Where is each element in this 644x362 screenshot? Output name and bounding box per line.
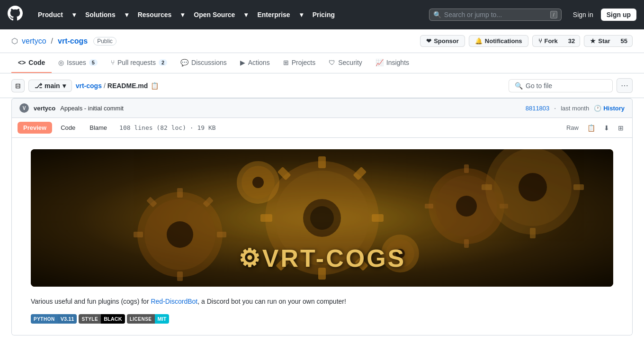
heart-icon: ❤ bbox=[426, 37, 431, 45]
panel-toggle-button[interactable]: ⊟ bbox=[11, 79, 25, 92]
blame-tab[interactable]: Blame bbox=[84, 122, 113, 134]
star-icon: ★ bbox=[590, 37, 596, 45]
code-tab[interactable]: Code bbox=[55, 122, 81, 134]
bell-icon: 🔔 bbox=[475, 37, 483, 45]
readme-badges: PYTHON V3.11 STYLE BLACK LICENSE MIT bbox=[31, 314, 613, 324]
file-stats: 108 lines (82 loc) · 19 KB bbox=[119, 124, 216, 131]
commit-message: Appeals - initial commit bbox=[60, 105, 124, 112]
history-link[interactable]: 🕐 History bbox=[594, 105, 625, 112]
goto-search-icon: 🔍 bbox=[515, 82, 523, 90]
svg-rect-25 bbox=[464, 164, 469, 173]
hero-title: ⚙VRT-COGS bbox=[238, 244, 406, 272]
fork-icon: ⑂ bbox=[538, 37, 542, 45]
copy-path-button[interactable]: 📋 bbox=[150, 81, 160, 90]
nav-product[interactable]: Product bbox=[34, 8, 67, 21]
commit-meta: 8811803 · last month 🕐 History bbox=[526, 104, 625, 112]
red-discordbot-link[interactable]: Red-DiscordBot bbox=[151, 298, 197, 305]
insights-icon: 📈 bbox=[376, 59, 384, 66]
expand-button[interactable]: ⊞ bbox=[615, 122, 626, 134]
nav-open-source[interactable]: Open Source bbox=[190, 8, 239, 21]
nav-open-source-chevron: ▾ bbox=[241, 8, 251, 21]
svg-rect-19 bbox=[217, 232, 226, 237]
branch-selector[interactable]: ⎇ main ▾ bbox=[28, 80, 72, 92]
branch-icon: ⎇ bbox=[35, 82, 42, 90]
repo-name-link[interactable]: vrt-cogs bbox=[58, 37, 88, 45]
copy-icon: 📋 bbox=[587, 124, 595, 132]
breadcrumb-root[interactable]: vrt-cogs bbox=[76, 82, 102, 90]
sign-up-button[interactable]: Sign up bbox=[601, 9, 636, 21]
repo-slash: / bbox=[50, 37, 54, 45]
breadcrumb: vrt-cogs / README.md 📋 bbox=[76, 81, 160, 90]
nav-enterprise[interactable]: Enterprise bbox=[253, 8, 294, 21]
nav-actions: Sign in Sign up bbox=[569, 9, 636, 21]
tab-issues[interactable]: ◎ Issues 5 bbox=[52, 53, 104, 73]
svg-rect-6 bbox=[260, 214, 272, 222]
svg-rect-4 bbox=[318, 156, 326, 168]
more-options-button[interactable]: ⋯ bbox=[617, 78, 633, 93]
sponsor-button[interactable]: ❤ Sponsor bbox=[420, 35, 465, 47]
security-icon: 🛡 bbox=[329, 59, 335, 66]
svg-rect-41 bbox=[573, 184, 584, 190]
tab-code[interactable]: <> Code bbox=[11, 53, 52, 73]
goto-file-input[interactable]: 🔍 Go to file bbox=[509, 79, 613, 92]
github-logo[interactable] bbox=[8, 6, 23, 24]
code-icon: <> bbox=[18, 59, 26, 66]
license-badge: LICENSE MIT bbox=[127, 314, 170, 324]
svg-text:V: V bbox=[23, 106, 26, 111]
svg-point-29 bbox=[456, 196, 477, 217]
search-icon: 🔍 bbox=[433, 11, 441, 18]
readme-hero-image: ⚙VRT-COGS bbox=[31, 149, 613, 287]
tab-projects[interactable]: ⊞ Projects bbox=[277, 53, 322, 73]
repo-header: ⬡ vertyco / vrt-cogs Public ❤ Sponsor 🔔 … bbox=[0, 29, 644, 53]
repo-tabs: <> Code ◎ Issues 5 ⑂ Pull requests 2 💬 D… bbox=[0, 53, 644, 73]
tab-pull-requests[interactable]: ⑂ Pull requests 2 bbox=[104, 53, 174, 73]
star-button[interactable]: ★ Star bbox=[584, 35, 616, 47]
tab-insights[interactable]: 📈 Insights bbox=[369, 53, 416, 73]
tab-discussions[interactable]: 💬 Discussions bbox=[174, 53, 233, 73]
tab-actions[interactable]: ▶ Actions bbox=[233, 53, 277, 73]
svg-rect-16 bbox=[177, 188, 183, 198]
repo-owner-link[interactable]: vertyco bbox=[22, 37, 46, 45]
python-badge: PYTHON V3.11 bbox=[31, 314, 77, 324]
fork-count[interactable]: 32 bbox=[564, 35, 580, 47]
commit-author[interactable]: vertyco bbox=[34, 105, 55, 112]
svg-rect-40 bbox=[482, 184, 492, 190]
svg-point-42 bbox=[519, 173, 547, 201]
file-view-header: Preview Code Blame 108 lines (82 loc) · … bbox=[12, 118, 632, 138]
svg-point-32 bbox=[252, 177, 264, 188]
file-toolbar: ⊟ ⎇ main ▾ vrt-cogs / README.md 📋 🔍 Go t… bbox=[0, 73, 644, 98]
actions-icon: ▶ bbox=[240, 59, 245, 66]
nav-pricing[interactable]: Pricing bbox=[309, 8, 339, 21]
branch-chevron: ▾ bbox=[63, 82, 66, 90]
preview-tab[interactable]: Preview bbox=[18, 122, 52, 134]
svg-rect-7 bbox=[372, 214, 384, 222]
download-icon: ⬇ bbox=[604, 124, 609, 132]
raw-button[interactable]: Raw bbox=[564, 122, 581, 133]
star-count[interactable]: 55 bbox=[616, 35, 633, 47]
search-input[interactable] bbox=[444, 11, 547, 18]
nav-enterprise-chevron: ▾ bbox=[296, 8, 307, 21]
commit-hash[interactable]: 8811803 bbox=[526, 105, 550, 112]
tab-security[interactable]: 🛡 Security bbox=[322, 53, 369, 73]
file-view: Preview Code Blame 108 lines (82 loc) · … bbox=[11, 118, 633, 335]
history-icon: 🕐 bbox=[594, 105, 601, 112]
breadcrumb-separator: / bbox=[104, 82, 106, 90]
commit-dot: · bbox=[554, 104, 556, 112]
sign-in-button[interactable]: Sign in bbox=[569, 9, 597, 20]
pull-request-icon: ⑂ bbox=[111, 59, 115, 66]
issues-icon: ◎ bbox=[58, 59, 64, 66]
nav-solutions[interactable]: Solutions bbox=[81, 8, 119, 21]
nav-resources-chevron: ▾ bbox=[177, 8, 188, 21]
repo-actions: ❤ Sponsor 🔔 Notifications ⑂ Fork 32 ★ St… bbox=[420, 35, 633, 47]
panel-toggle-icon: ⊟ bbox=[15, 82, 21, 90]
nav-resources[interactable]: Resources bbox=[134, 8, 176, 21]
svg-rect-26 bbox=[464, 239, 469, 248]
download-button[interactable]: ⬇ bbox=[601, 122, 612, 134]
breadcrumb-file: README.md bbox=[107, 82, 148, 90]
svg-point-13 bbox=[310, 206, 334, 230]
notifications-button[interactable]: 🔔 Notifications bbox=[469, 35, 528, 47]
issues-badge: 5 bbox=[89, 59, 98, 66]
search-bar[interactable]: 🔍 / bbox=[429, 9, 562, 21]
copy-content-button[interactable]: 📋 bbox=[584, 122, 598, 134]
fork-button[interactable]: ⑂ Fork bbox=[532, 35, 564, 47]
